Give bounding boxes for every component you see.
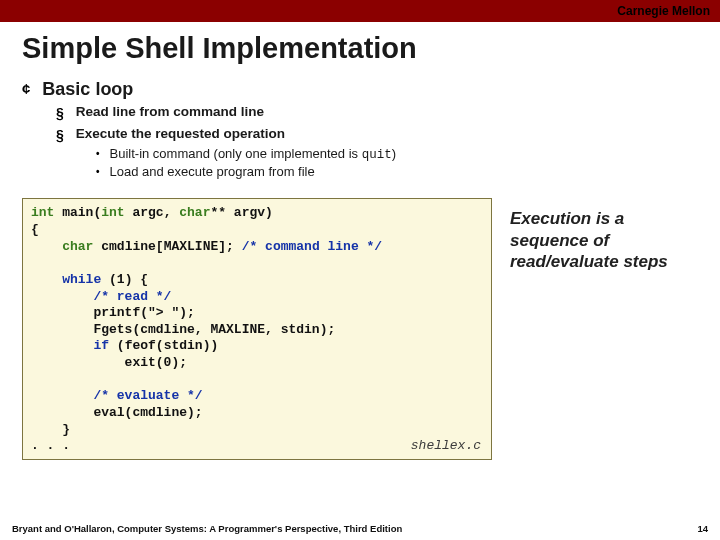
code-box: int main(int argc, char** argv) { char c…: [22, 198, 492, 459]
bullet-level2: § Read line from command line: [56, 104, 698, 122]
code-listing: int main(int argc, char** argv) { char c…: [31, 205, 483, 454]
code-filename: shellex.c: [411, 438, 481, 455]
org-label: Carnegie Mellon: [617, 4, 710, 18]
side-note: Execution is a sequence of read/evaluate…: [510, 208, 690, 272]
page-number: 14: [697, 523, 708, 534]
bullet-icon: §: [56, 104, 64, 122]
bullet-level3: • Built-in command (only one implemented…: [96, 146, 698, 162]
header-bar: Carnegie Mellon: [0, 0, 720, 22]
footer-credit: Bryant and O'Hallaron, Computer Systems:…: [12, 523, 402, 534]
bullet-icon: ¢: [22, 79, 30, 100]
slide-body: Simple Shell Implementation ¢ Basic loop…: [0, 22, 720, 460]
bullet-icon: •: [96, 164, 100, 180]
bullet-level2: § Execute the requested operation: [56, 126, 698, 144]
slide-title: Simple Shell Implementation: [22, 32, 698, 65]
bullet-icon: •: [96, 146, 100, 162]
footer: Bryant and O'Hallaron, Computer Systems:…: [12, 523, 708, 534]
main-row: int main(int argc, char** argv) { char c…: [22, 198, 698, 459]
bullet-level1: ¢ Basic loop: [22, 79, 698, 100]
bullet-level3: • Load and execute program from file: [96, 164, 698, 180]
bullet-icon: §: [56, 126, 64, 144]
